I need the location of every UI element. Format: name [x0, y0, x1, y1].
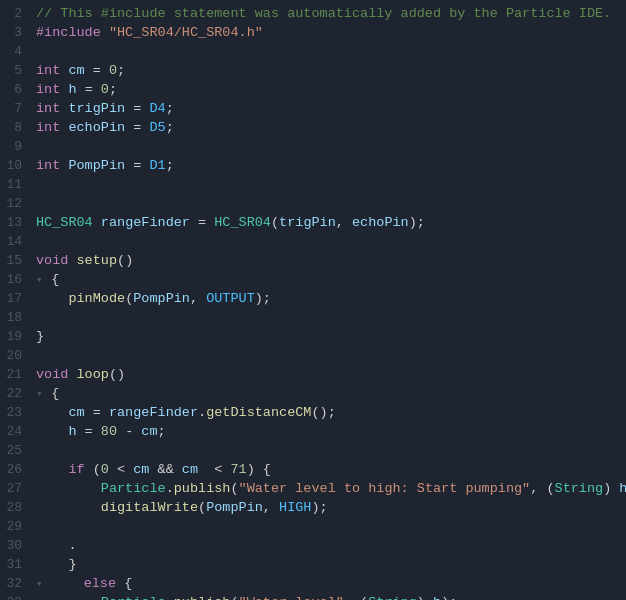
code-line: 4: [0, 42, 626, 61]
token-plain: ;: [166, 120, 174, 135]
code-line: 30 .: [0, 536, 626, 555]
collapse-icon[interactable]: ▾: [36, 388, 49, 400]
token-plain: );: [311, 500, 327, 515]
token-plain: [36, 424, 68, 439]
token-plain: ;: [166, 158, 174, 173]
line-number: 2: [0, 4, 36, 23]
token-var: h: [68, 82, 76, 97]
token-plain: ;: [158, 424, 166, 439]
token-var: echoPin: [352, 215, 409, 230]
line-content: #include "HC_SR04/HC_SR04.h": [36, 23, 626, 42]
token-plain: ): [417, 595, 433, 600]
token-plain: ;: [117, 63, 125, 78]
code-line: 14: [0, 232, 626, 251]
token-plain: }: [36, 329, 44, 344]
line-number: 25: [0, 441, 36, 460]
token-plain: }: [36, 557, 77, 572]
line-content: int cm = 0;: [36, 61, 626, 80]
token-plain: ,: [263, 500, 279, 515]
line-content: .: [36, 536, 626, 555]
token-plain: [36, 481, 101, 496]
token-plain: [36, 500, 101, 515]
token-plain: =: [77, 424, 101, 439]
line-number: 6: [0, 80, 36, 99]
token-plain: .: [166, 481, 174, 496]
token-var: h: [68, 424, 76, 439]
token-plain: {: [51, 272, 59, 287]
token-type: int: [36, 158, 60, 173]
token-class: String: [368, 595, 417, 600]
line-content: Particle.publish("Water level to high: S…: [36, 479, 626, 498]
line-number: 17: [0, 289, 36, 308]
token-plain: -: [117, 424, 141, 439]
token-var: PompPin: [133, 291, 190, 306]
token-plain: );: [409, 215, 425, 230]
code-line: 24 h = 80 - cm;: [0, 422, 626, 441]
token-plain: [51, 576, 83, 591]
token-fn: digitalWrite: [101, 500, 198, 515]
line-content: }: [36, 327, 626, 346]
token-plain: =: [190, 215, 214, 230]
token-kw: else: [84, 576, 116, 591]
token-class: HC_SR04: [214, 215, 271, 230]
line-content: int trigPin = D4;: [36, 99, 626, 118]
line-number: 30: [0, 536, 36, 555]
line-content: h = 80 - cm;: [36, 422, 626, 441]
line-number: 10: [0, 156, 36, 175]
code-line: 26 if (0 < cm && cm < 71) {: [0, 460, 626, 479]
collapse-icon[interactable]: ▾: [36, 578, 49, 590]
token-type: int: [36, 82, 60, 97]
token-fn: loop: [77, 367, 109, 382]
token-plain: {: [51, 386, 59, 401]
token-plain: ;: [109, 82, 117, 97]
code-line: 29: [0, 517, 626, 536]
line-number: 33: [0, 593, 36, 600]
line-number: 24: [0, 422, 36, 441]
line-number: 20: [0, 346, 36, 365]
token-plain: .: [198, 405, 206, 420]
line-content: int echoPin = D5;: [36, 118, 626, 137]
code-line: 8int echoPin = D5;: [0, 118, 626, 137]
code-line: 27 Particle.publish("Water level to high…: [0, 479, 626, 498]
code-line: 13HC_SR04 rangeFinder = HC_SR04(trigPin,…: [0, 213, 626, 232]
token-fn: getDistanceCM: [206, 405, 311, 420]
line-number: 15: [0, 251, 36, 270]
token-plain: (: [198, 500, 206, 515]
line-number: 29: [0, 517, 36, 536]
token-plain: [68, 253, 76, 268]
code-line: 28 digitalWrite(PompPin, HIGH);: [0, 498, 626, 517]
token-plain: (: [230, 595, 238, 600]
token-pin: OUTPUT: [206, 291, 255, 306]
line-number: 32: [0, 574, 36, 593]
token-type: int: [36, 120, 60, 135]
collapse-icon[interactable]: ▾: [36, 274, 49, 286]
token-var: cm: [182, 462, 198, 477]
token-var: PompPin: [68, 158, 125, 173]
token-pin: HIGH: [279, 500, 311, 515]
code-line: 16▾ {: [0, 270, 626, 289]
token-type: void: [36, 253, 68, 268]
line-content: cm = rangeFinder.getDistanceCM();: [36, 403, 626, 422]
token-plain: );: [441, 595, 457, 600]
line-content: ▾ else {: [36, 574, 626, 594]
token-include-kw: #include: [36, 25, 109, 40]
code-line: 15void setup(): [0, 251, 626, 270]
line-content: int PompPin = D1;: [36, 156, 626, 175]
token-num: 71: [230, 462, 246, 477]
token-plain: <: [109, 462, 133, 477]
token-type: int: [36, 101, 60, 116]
token-plain: ();: [311, 405, 335, 420]
code-line: 17 pinMode(PompPin, OUTPUT);: [0, 289, 626, 308]
token-fn: pinMode: [68, 291, 125, 306]
token-plain: (: [85, 462, 101, 477]
line-number: 23: [0, 403, 36, 422]
token-var: cm: [141, 424, 157, 439]
code-line: 25: [0, 441, 626, 460]
code-line: 18: [0, 308, 626, 327]
code-line: 23 cm = rangeFinder.getDistanceCM();: [0, 403, 626, 422]
token-plain: [36, 462, 68, 477]
token-plain: <: [198, 462, 230, 477]
token-plain: =: [77, 82, 101, 97]
code-line: 5int cm = 0;: [0, 61, 626, 80]
token-plain: (: [230, 481, 238, 496]
